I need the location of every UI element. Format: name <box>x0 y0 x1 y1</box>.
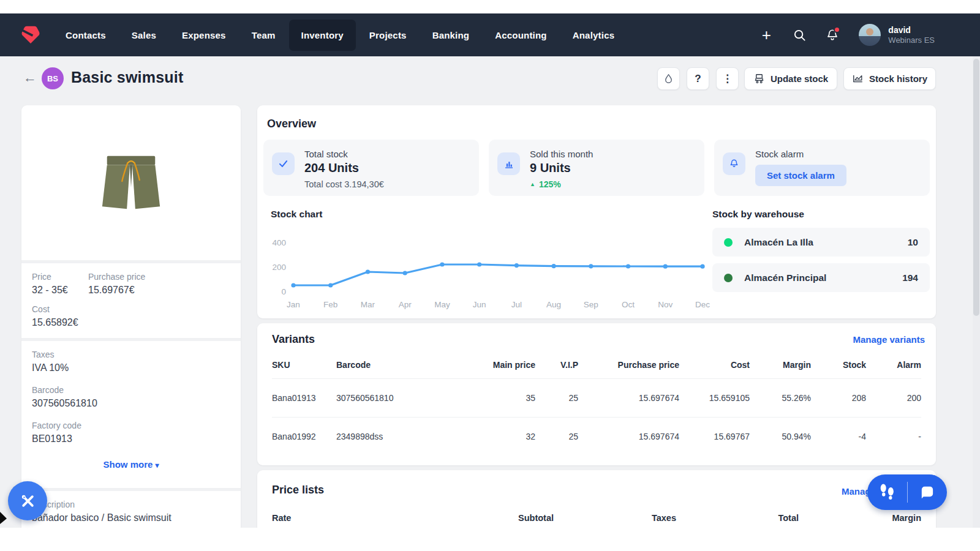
vertical-scrollbar[interactable] <box>973 56 980 528</box>
overview-title: Overview <box>267 118 316 130</box>
nav-item-team[interactable]: Team <box>252 30 276 40</box>
x-axis-tick: Jul <box>511 300 522 309</box>
stock-history-button[interactable]: Stock history <box>843 67 936 90</box>
x-axis-tick: Aug <box>546 300 561 309</box>
primary-nav: ContactsSalesExpensesTeamInventoryProjec… <box>66 20 614 51</box>
data-point[interactable] <box>477 262 481 266</box>
variants-column-header: Cost <box>679 360 750 370</box>
nav-item-inventory[interactable]: Inventory <box>289 20 356 51</box>
nav-item-expenses[interactable]: Expenses <box>182 30 226 40</box>
assistant-widget <box>867 474 947 510</box>
warehouse-qty: 194 <box>902 272 918 283</box>
variant-cell: 15.69767 <box>679 432 750 441</box>
show-more-link[interactable]: Show more ▾ <box>32 453 230 478</box>
more-options-button[interactable]: ⋮ <box>716 67 739 90</box>
variant-row[interactable]: Bana019922349898dss322515.69767415.69767… <box>272 418 921 455</box>
nav-item-projects[interactable]: Projects <box>369 30 407 40</box>
notifications-bell-icon[interactable] <box>826 28 839 42</box>
update-stock-button[interactable]: Update stock <box>744 67 837 90</box>
chat-bubble-icon <box>919 484 935 501</box>
warehouse-dot-icon <box>724 238 733 247</box>
data-point[interactable] <box>366 269 370 274</box>
droplet-icon <box>663 73 674 84</box>
stock-chart[interactable]: 0200400JanFebMarAprMayJunJulAugSepOctNov… <box>266 223 714 312</box>
variant-cell: -4 <box>811 432 866 441</box>
price-lists-column-header: Rate <box>272 513 425 523</box>
chat-button[interactable] <box>908 474 948 510</box>
tools-fab-button[interactable] <box>8 481 47 520</box>
data-point[interactable] <box>328 283 333 287</box>
variant-cell: 15.697674 <box>578 393 679 403</box>
page-title: Basic swimsuit <box>71 69 183 86</box>
variant-cell: Bana01913 <box>272 393 336 403</box>
variants-column-header: Main price <box>471 360 535 370</box>
manage-variants-link[interactable]: Manage variants <box>853 334 925 345</box>
variant-cell: 200 <box>866 393 921 403</box>
nav-item-accounting[interactable]: Accounting <box>495 30 547 40</box>
help-button[interactable]: ? <box>687 67 709 90</box>
sold-month-card: Sold this month 9 Units ▲ 125% <box>489 140 704 196</box>
question-mark-icon: ? <box>695 73 701 85</box>
scrollbar-thumb[interactable] <box>973 59 979 316</box>
variant-row[interactable]: Bana01913307560561810352515.69767415.659… <box>272 379 921 418</box>
data-point[interactable] <box>514 263 519 268</box>
variant-cell: 50.94% <box>750 432 811 441</box>
footprints-icon <box>879 483 895 502</box>
search-icon[interactable] <box>793 28 806 42</box>
price-label: Price <box>32 272 88 282</box>
variant-cell: 15.659105 <box>679 393 750 403</box>
y-axis-tick: 400 <box>272 238 286 247</box>
nav-item-banking[interactable]: Banking <box>432 30 470 40</box>
variants-column-header: Barcode <box>336 360 471 370</box>
y-axis-tick: 200 <box>272 263 286 272</box>
holded-logo-icon[interactable] <box>20 24 41 45</box>
product-image[interactable] <box>21 105 241 260</box>
variants-card: Variants Manage variants SKUBarcodeMain … <box>257 323 936 465</box>
variants-column-header: Alarm <box>866 360 921 370</box>
warehouse-name: Almacén Principal <box>744 272 826 283</box>
variants-header-row: SKUBarcodeMain priceV.I.PPurchase priceC… <box>272 360 921 379</box>
taxes-label: Taxes <box>32 350 230 359</box>
data-point[interactable] <box>700 264 704 269</box>
create-new-icon[interactable]: + <box>760 28 773 42</box>
warehouse-qty: 10 <box>908 237 918 248</box>
variant-cell: 32 <box>471 432 535 441</box>
warehouse-row[interactable]: Almacén La Illa10 <box>712 228 930 257</box>
price-lists-title: Price lists <box>272 484 324 497</box>
data-point[interactable] <box>291 283 295 287</box>
check-icon <box>272 152 295 175</box>
chevron-down-icon: ▾ <box>156 461 159 470</box>
nav-item-sales[interactable]: Sales <box>132 30 156 40</box>
description-label: Description <box>32 500 230 509</box>
notification-badge <box>834 26 840 33</box>
variant-cell: 35 <box>471 393 535 403</box>
user-menu[interactable]: david Webinars ES <box>859 24 935 46</box>
user-name: david <box>888 25 935 36</box>
price-value: 32 - 35€ <box>32 285 88 296</box>
set-stock-alarm-button[interactable]: Set stock alarm <box>755 165 846 186</box>
factory-code-label: Factory code <box>32 421 230 430</box>
data-point[interactable] <box>551 264 556 268</box>
data-point[interactable] <box>626 264 630 268</box>
stats-row: Total stock 204 Units Total cost 3.194,3… <box>263 140 930 196</box>
data-point[interactable] <box>403 271 407 275</box>
theme-droplet-button[interactable] <box>657 67 680 90</box>
pallet-jack-icon <box>753 73 765 84</box>
nav-item-contacts[interactable]: Contacts <box>66 30 106 40</box>
data-point[interactable] <box>589 264 593 268</box>
user-org: Webinars ES <box>888 36 935 45</box>
data-point[interactable] <box>663 264 668 269</box>
taxes-value: IVA 10% <box>32 362 230 373</box>
chart-history-icon <box>852 73 864 84</box>
x-axis-tick: Apr <box>399 300 412 309</box>
x-axis-tick: Jun <box>473 300 486 309</box>
data-point[interactable] <box>440 262 444 266</box>
product-tour-button[interactable] <box>867 474 907 510</box>
back-button[interactable]: ← <box>22 70 38 86</box>
sold-month-value: 9 Units <box>530 161 593 175</box>
warehouse-row[interactable]: Almacén Principal194 <box>712 263 930 292</box>
variant-cell: 15.697674 <box>578 432 679 441</box>
product-summary-panel: Price 32 - 35€ Purchase price 15.69767€ … <box>21 105 241 533</box>
nav-right-cluster: + david Webinars ES <box>760 24 935 46</box>
nav-item-analytics[interactable]: Analytics <box>573 30 615 40</box>
